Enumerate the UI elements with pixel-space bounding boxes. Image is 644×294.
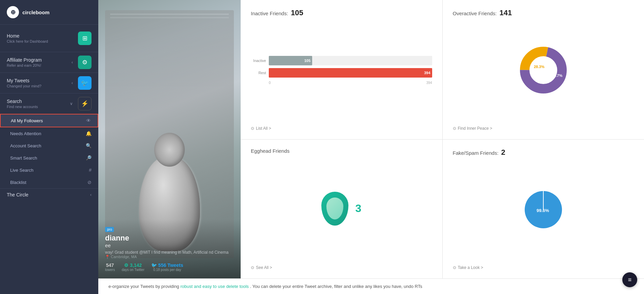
thecircle-chevron-icon: ‹ xyxy=(90,192,92,197)
sidebar-subitem-account-search[interactable]: Account Search 🔍 xyxy=(0,140,98,152)
bar-track-inactive: 105 xyxy=(269,56,432,65)
list-all-label: List All > xyxy=(256,126,271,131)
sidebar: ⊕ circleboom Home Click here for Dashboa… xyxy=(0,0,98,294)
fakespam-title: Fake/Spam Friends: xyxy=(453,150,499,156)
chat-button[interactable]: ≡ xyxy=(622,272,637,287)
take-look-label: Take a Look > xyxy=(458,265,483,270)
sidebar-subitem-live-search[interactable]: Live Search # xyxy=(0,164,98,176)
smart-search-label: Smart Search xyxy=(10,155,37,161)
logo-text: circleboom xyxy=(22,9,49,15)
fakespam-header: Fake/Spam Friends: 2 xyxy=(453,148,634,158)
see-all-label: See All > xyxy=(256,265,272,270)
bottom-prefix: e-organize your Tweets by providing xyxy=(108,284,179,289)
eye-icon: 👁 xyxy=(86,118,91,123)
egghead-count: 3 xyxy=(355,202,361,215)
sidebar-item-home[interactable]: Home Click here for Dashboard ⊞ xyxy=(0,28,98,48)
overactive-title: Overactive Friends: xyxy=(453,10,497,16)
bar-track-rest: 394 xyxy=(269,68,432,78)
days-label: days on Twitter xyxy=(122,268,144,272)
profile-handle: ee xyxy=(105,243,234,248)
overactive-count: 141 xyxy=(500,8,512,17)
find-peace-icon: ⊙ xyxy=(453,126,456,131)
logo-area: ⊕ circleboom xyxy=(0,0,98,25)
affiliate-content: Affiliate Program Refer and earn 20%! xyxy=(7,57,72,67)
fakespam-footer[interactable]: ⊙ Take a Look > xyxy=(453,262,634,270)
egg-shape xyxy=(321,192,348,226)
axis-max: 394 xyxy=(426,81,432,85)
days-value: ⚙ 3,142 xyxy=(122,262,144,268)
profile-stat-followers: 547 lowers xyxy=(105,262,115,272)
thecircle-content: The Circle xyxy=(7,192,90,197)
profile-background: pro dianne ee way! Grad student @MIT I f… xyxy=(98,0,241,278)
home-title: Home xyxy=(7,33,75,39)
see-all-icon: ⊙ xyxy=(251,265,254,270)
home-icon: ⊞ xyxy=(78,31,92,45)
overactive-friends-card: Overactive Friends: 141 28.3% 71.7% xyxy=(443,0,644,139)
fakespam-donut-svg: 99.6% xyxy=(518,184,569,235)
followers-value: 547 xyxy=(105,262,115,268)
affiliate-subtitle: Refer and earn 20%! xyxy=(7,63,72,67)
followers-label: lowers xyxy=(105,268,115,272)
home-subtitle: Click here for Dashboard xyxy=(7,39,75,43)
find-peace-label: Find Inner Peace > xyxy=(458,126,492,131)
mytweets-content: My Tweets Changed your mind? xyxy=(7,78,72,88)
bell-icon: 🔔 xyxy=(86,131,92,136)
sidebar-item-mytweets[interactable]: My Tweets Changed your mind? ‹ 🐦 xyxy=(0,73,98,93)
bar-label-rest: Rest xyxy=(251,71,266,75)
fakespam-pct: 99.6% xyxy=(537,208,549,213)
twitter-icon: 🐦 xyxy=(78,76,92,90)
egghead-title: Egghead Friends xyxy=(251,148,289,154)
bar-row-inactive: Inactive 105 xyxy=(251,56,432,65)
inactive-count: 105 xyxy=(291,8,303,17)
profile-name: dianne xyxy=(105,234,234,243)
egg-inner xyxy=(326,197,343,219)
sidebar-subitem-blacklist[interactable]: Blacklist ⊘ xyxy=(0,176,98,188)
content-area: pro dianne ee way! Grad student @MIT I f… xyxy=(98,0,644,278)
bottom-area: e-organize your Tweets by providing robu… xyxy=(98,278,644,294)
sidebar-subitem-needs-attention[interactable]: Needs Attention 🔔 xyxy=(0,127,98,140)
egghead-content: 3 xyxy=(251,155,432,262)
sidebar-subitem-all-followers[interactable]: All My Followers 👁 xyxy=(0,114,98,127)
inactive-bar-chart: Inactive 105 Rest 394 0 394 xyxy=(251,18,432,123)
sidebar-item-affiliate[interactable]: Affiliate Program Refer and earn 20%! ‹ … xyxy=(0,52,98,72)
blacklist-label: Blacklist xyxy=(10,180,26,185)
affiliate-icon: ⚙ xyxy=(78,56,92,69)
search-title: Search xyxy=(7,99,70,104)
overactive-pct-purple: 71.7% xyxy=(552,74,562,78)
overactive-footer[interactable]: ⊙ Find Inner Peace > xyxy=(453,123,634,131)
mytweets-title: My Tweets xyxy=(7,78,72,83)
inactive-list-all[interactable]: ⊙ List All > xyxy=(251,123,432,131)
bar-fill-inactive: 105 xyxy=(269,56,312,65)
sidebar-item-search[interactable]: Search Find new accounts ∨ ⚡ xyxy=(0,93,98,114)
profile-stat-days: ⚙ 3,142 days on Twitter xyxy=(122,262,144,272)
needs-attention-label: Needs Attention xyxy=(10,131,41,136)
hashtag-icon: # xyxy=(89,167,92,173)
axis-min: 0 xyxy=(269,81,271,85)
overactive-donut-container: 28.3% 71.7% xyxy=(453,18,634,123)
profile-bio: way! Grad student @MIT I find meaning in… xyxy=(105,250,234,255)
inactive-title: Inactive Friends: xyxy=(251,10,288,16)
overactive-pct-gold: 28.3% xyxy=(534,65,544,69)
bottom-suffix: . You can delete your entire Tweet archi… xyxy=(250,284,422,289)
bar-fill-rest: 394 xyxy=(269,68,432,78)
sidebar-item-thecircle[interactable]: The Circle ‹ xyxy=(0,189,98,201)
egghead-footer[interactable]: ⊙ See All > xyxy=(251,262,432,270)
bar-label-inactive: Inactive xyxy=(251,59,266,63)
affiliate-chevron-icon: ‹ xyxy=(72,60,73,65)
fakespam-friends-card: Fake/Spam Friends: 2 99.6% ⊙ Take a Look… xyxy=(443,140,644,279)
stats-grid: Inactive Friends: 105 Inactive 105 Rest … xyxy=(241,0,644,278)
sidebar-subitem-smart-search[interactable]: Smart Search 🔎 xyxy=(0,152,98,164)
profile-overlay: pro dianne ee way! Grad student @MIT I f… xyxy=(98,219,241,278)
inactive-header: Inactive Friends: 105 xyxy=(251,8,432,18)
search-subtitle: Find new accounts xyxy=(7,105,70,109)
search-chevron-icon: ∨ xyxy=(70,101,73,106)
main-content: pro dianne ee way! Grad student @MIT I f… xyxy=(98,0,644,294)
search-icon: ⚡ xyxy=(78,97,92,110)
affiliate-title: Affiliate Program xyxy=(7,57,72,63)
account-search-label: Account Search xyxy=(10,143,41,148)
bottom-link[interactable]: robust and easy to use delete tools xyxy=(180,284,249,289)
take-look-icon: ⊙ xyxy=(453,265,456,270)
fakespam-content: 99.6% xyxy=(453,158,634,262)
home-content: Home Click here for Dashboard xyxy=(7,33,75,43)
home-section: Home Click here for Dashboard ⊞ xyxy=(0,25,98,52)
